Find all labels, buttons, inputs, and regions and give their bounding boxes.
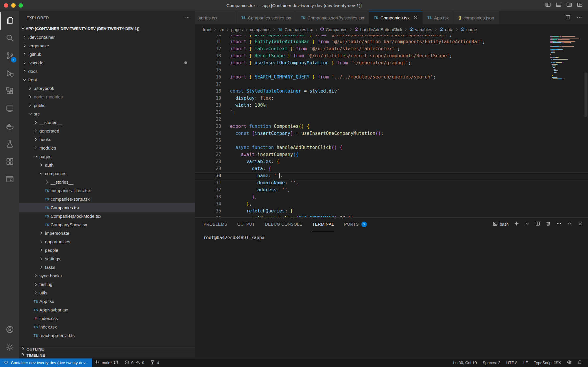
activity-preview[interactable]	[0, 171, 19, 188]
new-terminal[interactable]	[514, 221, 519, 227]
minimize-window-button[interactable]	[11, 3, 16, 8]
breadcrumb-src[interactable]: src	[218, 27, 224, 32]
tab-companies-sortby-stories-tsx[interactable]: TSCompanies.sortBy.stories.tsx	[296, 11, 369, 24]
kill-terminal[interactable]	[546, 221, 551, 227]
breadcrumb-front[interactable]: front	[203, 27, 211, 32]
activity-explorer[interactable]	[0, 12, 19, 30]
tree-item-stories[interactable]: __stories__	[19, 178, 195, 186]
tree-item-companyshow-tsx[interactable]: TSCompanyShow.tsx	[19, 220, 195, 229]
close-tab-icon[interactable]	[413, 15, 418, 21]
tree-item-companies-tsx[interactable]: TSCompanies.tsx	[19, 203, 195, 212]
tree-item-react-app-env-d-ts[interactable]: TSreact-app-env.d.ts	[19, 331, 195, 340]
breadcrumb-companies[interactable]: Companies	[320, 27, 347, 32]
tree-item-hooks[interactable]: hooks	[19, 135, 195, 144]
breadcrumb-handleaddbuttonclick[interactable]: handleAddButtonClick	[354, 27, 402, 32]
tree-item-tasks[interactable]: tasks	[19, 263, 195, 272]
explorer-more-icon[interactable]	[185, 15, 190, 21]
activity-source-control[interactable]: 1	[0, 47, 19, 65]
breadcrumb-variables[interactable]: variables	[409, 27, 432, 32]
eol-item[interactable]: LF	[520, 361, 531, 365]
tab-companies-tsx[interactable]: TSCompanies.tsx	[369, 11, 423, 24]
tree-item-auth[interactable]: auth	[19, 161, 195, 169]
encoding-item[interactable]: UTF-8	[503, 361, 520, 365]
remote-indicator[interactable]: Container dev-twenty-dev (dev-twenty-dev…	[0, 358, 92, 367]
activity-search[interactable]	[0, 30, 19, 47]
toggle-secondary-sidebar[interactable]	[566, 2, 572, 9]
panel-tab-ports[interactable]: PORTS1	[344, 217, 367, 231]
activity-app-grid[interactable]	[0, 153, 19, 171]
panel-tab-output[interactable]: OUTPUT	[237, 217, 255, 231]
git-branch-item[interactable]: main*	[92, 358, 122, 367]
cursor-position-item[interactable]: Ln 30, Col 19	[450, 361, 480, 365]
tree-item-opportunities[interactable]: opportunities	[19, 237, 195, 246]
tree-item-pages[interactable]: pages	[19, 152, 195, 161]
tree-item-appnavbar-tsx[interactable]: TSAppNavbar.tsx	[19, 306, 195, 314]
tree-item-people[interactable]: people	[19, 246, 195, 254]
language-mode-item[interactable]: TypeScript JSX	[531, 361, 564, 365]
panel-tab-problems[interactable]: PROBLEMS	[203, 217, 227, 231]
editor[interactable]: 10import { WithTopBarContainer } from '@…	[195, 35, 588, 217]
code-area[interactable]: 10import { WithTopBarContainer } from '@…	[195, 35, 588, 217]
tree-item-front[interactable]: front	[19, 76, 195, 84]
tree-item-impersonate[interactable]: impersonate	[19, 229, 195, 237]
tree-item-stories[interactable]: __stories__	[19, 118, 195, 127]
close-window-button[interactable]	[4, 3, 8, 8]
tree-item-generated[interactable]: generated	[19, 127, 195, 135]
tree-item-src[interactable]: src	[19, 110, 195, 118]
zoom-window-button[interactable]	[19, 3, 23, 8]
tree-item-companies-sorts-tsx[interactable]: TScompanies-sorts.tsx	[19, 195, 195, 203]
tree-item-settings[interactable]: settings	[19, 254, 195, 263]
activity-run-and-debug[interactable]	[0, 65, 19, 83]
tree-item-vscode[interactable]: .vscode	[19, 58, 195, 67]
tree-item-sync-hooks[interactable]: sync-hooks	[19, 272, 195, 280]
tree-item-companies-filters-tsx[interactable]: TScompanies-filters.tsx	[19, 186, 195, 195]
tree-item-devcontainer[interactable]: .devcontainer	[19, 33, 195, 41]
maximize-panel[interactable]	[567, 221, 572, 227]
explorer-root-header[interactable]: APP [CONTAINER DEV-TWENTY-DEV (DEV-TWENT…	[19, 24, 195, 33]
terminal-profile-dropdown[interactable]	[524, 221, 530, 227]
breadcrumb-data[interactable]: data	[439, 27, 453, 32]
scrollbar-slider[interactable]	[584, 73, 587, 117]
tree-item-github[interactable]: .github	[19, 50, 195, 58]
activity-remote-explorer[interactable]	[0, 100, 19, 118]
tree-item-modules[interactable]: modules	[19, 144, 195, 152]
activity-settings[interactable]	[0, 339, 19, 356]
tree-item-companiesmockmode-tsx[interactable]: TSCompaniesMockMode.tsx	[19, 212, 195, 220]
toggle-panel[interactable]	[556, 2, 562, 9]
tab-stories-tsx[interactable]: stories.tsx	[195, 11, 237, 24]
close-panel[interactable]	[577, 221, 583, 227]
tab-app-tsx[interactable]: TSApp.tsx	[423, 11, 454, 24]
notifications-item[interactable]	[574, 360, 585, 366]
breadcrumb-companies-tsx[interactable]: TSCompanies.tsx	[278, 27, 313, 32]
language-status-item[interactable]	[564, 360, 574, 366]
tab-companies-json[interactable]: {}companies.json	[454, 11, 499, 24]
activity-extensions[interactable]	[0, 83, 19, 100]
ports-item[interactable]: 4	[147, 358, 162, 367]
tree-item-app-tsx[interactable]: TSApp.tsx	[19, 297, 195, 306]
breadcrumb-name[interactable]: name	[460, 27, 477, 32]
diagnostics-item[interactable]: 0 0	[121, 358, 147, 367]
tree-item-storybook[interactable]: .storybook	[19, 84, 195, 93]
tree-item-index-tsx[interactable]: TSindex.tsx	[19, 323, 195, 331]
panel-tab-terminal[interactable]: TERMINAL	[312, 217, 334, 231]
activity-docker[interactable]	[0, 118, 19, 135]
tree-item-docs[interactable]: docs	[19, 67, 195, 76]
terminal[interactable]: root@0a42ecd84891:/app#	[195, 231, 588, 358]
tab-companies-stories-tsx[interactable]: TSCompanies.stories.tsx	[237, 11, 296, 24]
section-timeline[interactable]: TIMELINE	[19, 352, 195, 358]
activity-testing[interactable]	[0, 135, 19, 153]
shell-selector[interactable]: bash	[493, 221, 509, 227]
split-editor[interactable]	[565, 14, 571, 21]
tree-item-ergomake[interactable]: .ergomake	[19, 41, 195, 50]
breadcrumb-companies[interactable]: companies	[250, 27, 270, 32]
customize-layout[interactable]	[577, 2, 583, 9]
tree-item-index-css[interactable]: #index.css	[19, 314, 195, 323]
indentation-item[interactable]: Spaces: 2	[480, 361, 503, 365]
more-editor-actions[interactable]	[577, 14, 582, 21]
tree-item-public[interactable]: public	[19, 101, 195, 110]
panel-tab-debug-console[interactable]: DEBUG CONSOLE	[265, 217, 302, 231]
tree-item-utils[interactable]: utils	[19, 289, 195, 297]
minimap[interactable]	[550, 36, 583, 80]
editor-scrollbar[interactable]	[584, 35, 588, 217]
terminal-more-actions[interactable]	[556, 221, 562, 227]
